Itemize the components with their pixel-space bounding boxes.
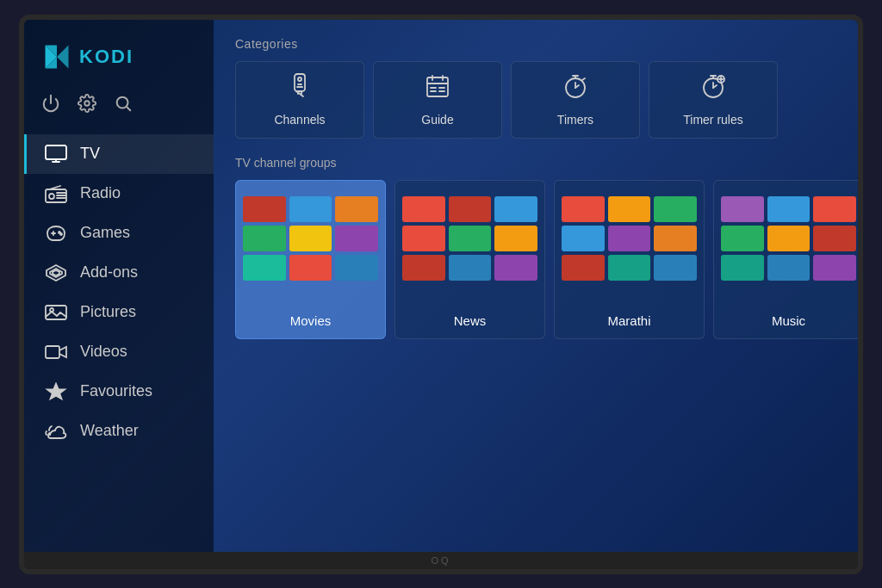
- svg-rect-24: [46, 306, 66, 319]
- logo-2: [289, 196, 332, 222]
- tv-brand: OQ: [431, 555, 450, 566]
- logo-6: [494, 226, 537, 251]
- app-name: KODI: [79, 46, 134, 68]
- settings-button[interactable]: [78, 94, 96, 117]
- category-timers[interactable]: Timers: [511, 61, 640, 139]
- power-button[interactable]: [41, 94, 60, 117]
- logo-9: [813, 255, 856, 281]
- nav-item-tv[interactable]: TV: [24, 134, 214, 174]
- nav-label-pictures: Pictures: [80, 303, 136, 321]
- svg-rect-26: [46, 346, 59, 358]
- categories-title: Categories: [235, 37, 841, 51]
- logo-9: [335, 255, 378, 281]
- nav-label-weather: Weather: [80, 422, 139, 440]
- logo-6: [654, 226, 697, 251]
- logo-7: [402, 255, 445, 281]
- main-content: Categories C: [214, 20, 858, 552]
- logo-2: [449, 196, 492, 222]
- logo-4: [562, 226, 605, 251]
- search-button[interactable]: [114, 94, 133, 117]
- timers-icon: [562, 72, 589, 106]
- logo-3: [813, 196, 856, 222]
- logo-5: [608, 226, 651, 251]
- nav-label-videos: Videos: [80, 343, 127, 361]
- svg-point-29: [298, 77, 301, 81]
- logo-9: [494, 255, 537, 281]
- games-icon: [44, 224, 68, 243]
- nav-item-videos[interactable]: Videos: [24, 332, 214, 372]
- category-timer-rules[interactable]: Timer rules: [649, 61, 778, 139]
- channel-groups-row: Movies News: [235, 180, 841, 339]
- svg-rect-8: [46, 145, 66, 159]
- svg-line-7: [127, 107, 130, 110]
- tv-stand: OQ: [24, 552, 858, 569]
- logo-8: [289, 255, 332, 281]
- category-guide[interactable]: Guide: [373, 61, 502, 139]
- guide-label: Guide: [421, 113, 453, 127]
- channel-groups-title: TV channel groups: [235, 156, 841, 170]
- categories-row: Channels: [235, 61, 841, 139]
- nav-label-games: Games: [80, 224, 130, 242]
- logo-2: [767, 196, 811, 222]
- channels-label: Channels: [274, 113, 325, 127]
- svg-rect-28: [295, 74, 305, 91]
- app-logo: KODI: [24, 33, 214, 90]
- movies-label: Movies: [290, 313, 332, 328]
- logo-1: [562, 196, 605, 222]
- svg-line-48: [582, 78, 585, 80]
- logo-1: [721, 196, 764, 222]
- nav-item-favourites[interactable]: Favourites: [24, 372, 214, 412]
- logo-7: [721, 255, 764, 281]
- movies-logos: [236, 189, 385, 288]
- music-logos: [714, 189, 858, 288]
- logo-7: [243, 255, 286, 281]
- logo-8: [608, 255, 651, 281]
- timer-rules-icon: [699, 72, 727, 106]
- logo-9: [654, 255, 697, 281]
- logo-7: [562, 255, 605, 281]
- nav-items: TV Radio: [24, 134, 214, 539]
- channel-group-news[interactable]: News: [394, 180, 545, 339]
- timer-rules-label: Timer rules: [683, 113, 743, 127]
- logo-4: [721, 226, 764, 251]
- nav-item-addons[interactable]: Add-ons: [24, 253, 214, 293]
- marathi-logos: [555, 189, 704, 288]
- logo-8: [449, 255, 492, 281]
- nav-item-pictures[interactable]: Pictures: [24, 293, 214, 332]
- nav-item-games[interactable]: Games: [24, 214, 214, 253]
- pictures-icon: [44, 303, 68, 322]
- music-label: Music: [772, 313, 805, 328]
- videos-icon: [44, 343, 68, 362]
- category-channels[interactable]: Channels: [235, 61, 364, 139]
- sidebar-actions: [24, 90, 214, 134]
- logo-6: [813, 226, 856, 251]
- marathi-label: Marathi: [607, 313, 650, 328]
- tv-frame: KODI: [19, 15, 863, 574]
- tv-icon: [44, 145, 68, 164]
- guide-icon: [424, 72, 451, 106]
- timers-label: Timers: [557, 113, 593, 127]
- svg-point-12: [49, 194, 54, 199]
- svg-marker-27: [47, 383, 65, 399]
- radio-icon: [44, 184, 68, 203]
- channel-group-marathi[interactable]: Marathi: [554, 180, 705, 339]
- news-logos: [395, 189, 544, 288]
- nav-label-favourites: Favourites: [80, 382, 152, 400]
- nav-item-radio[interactable]: Radio: [24, 174, 214, 214]
- nav-item-weather[interactable]: Weather: [24, 412, 214, 451]
- news-label: News: [454, 313, 487, 328]
- logo-3: [494, 196, 537, 222]
- channel-group-movies[interactable]: Movies: [235, 180, 386, 339]
- logo-5: [767, 226, 811, 251]
- svg-marker-23: [53, 270, 59, 275]
- kodi-logo-icon: [41, 41, 72, 72]
- nav-label-radio: Radio: [80, 184, 121, 202]
- logo-5: [289, 226, 332, 251]
- channel-group-music[interactable]: Music: [713, 180, 858, 339]
- logo-8: [767, 255, 811, 281]
- channels-icon: [286, 72, 314, 106]
- addons-icon: [44, 263, 68, 282]
- svg-rect-35: [427, 77, 448, 96]
- svg-point-5: [84, 101, 90, 106]
- logo-1: [402, 196, 445, 222]
